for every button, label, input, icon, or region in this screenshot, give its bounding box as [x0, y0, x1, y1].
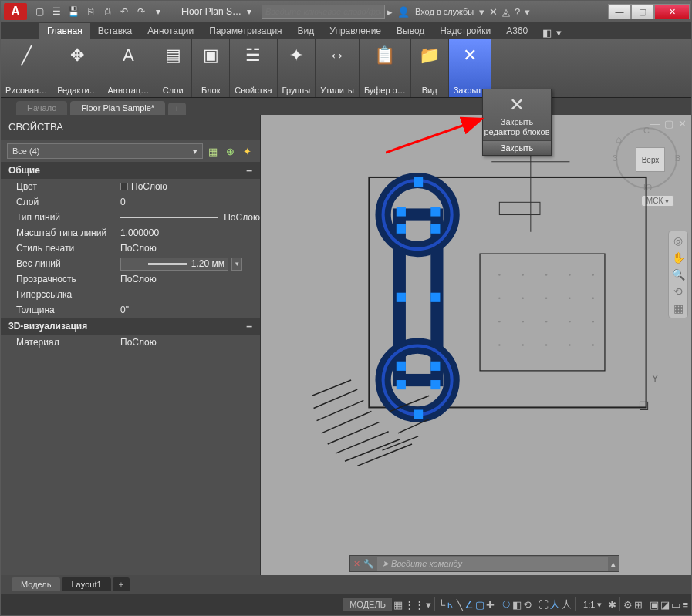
panel-слои[interactable]: ▤Слои — [154, 39, 192, 97]
cycling-icon[interactable]: ⟲ — [523, 599, 532, 611]
lineweight-icon[interactable]: ⦵ — [501, 598, 511, 611]
grid-icon[interactable]: ▦ — [393, 599, 403, 611]
panel-блок[interactable]: ▣Блок — [192, 39, 230, 97]
close-editor-icon[interactable]: ✕ — [483, 89, 551, 117]
property-row[interactable]: Слой0 — [1, 194, 260, 210]
layout-tab-layout1[interactable]: Layout1 — [62, 577, 110, 591]
dropdown-icon[interactable]: ▾ — [426, 599, 431, 611]
property-value[interactable]: ПоСлою — [120, 181, 260, 192]
property-value[interactable]: ПоСлою — [120, 212, 260, 223]
property-value[interactable]: ПоСлою — [120, 274, 260, 284]
property-row[interactable]: Вес линий1.20 мм▾ — [1, 256, 260, 271]
signin-dropdown-icon[interactable]: ▾ — [477, 6, 487, 18]
tab-view[interactable]: Вид — [290, 23, 322, 39]
saveas-icon[interactable]: ⎘ — [83, 4, 98, 19]
category-general[interactable]: Общие– — [1, 162, 260, 179]
drawing-canvas[interactable]: — ▢ ✕ ⌂ Верх С В Ю З МСК ▾ ◎ ✋ 🔍 ⟲ ▦ — [261, 115, 691, 575]
file-tab-new[interactable]: + — [168, 103, 185, 115]
category-3d[interactable]: 3D-визуализация– — [1, 318, 260, 335]
featured-apps-icon[interactable]: ◧ — [540, 27, 554, 39]
property-row[interactable]: МатериалПоСлою — [1, 335, 260, 350]
model-space-button[interactable]: МОДЕЛЬ — [343, 598, 392, 611]
property-row[interactable]: Цвет ПоСлою — [1, 179, 260, 194]
close-window-button[interactable]: ✕ — [654, 4, 690, 19]
osnap-icon[interactable]: ∠ — [464, 599, 474, 611]
property-value[interactable]: 0 — [120, 197, 260, 207]
property-row[interactable]: Толщина0" — [1, 302, 260, 318]
panel-буфер о[interactable]: 📋Буфер о… — [360, 39, 411, 97]
snap-icon[interactable]: ⋮⋮ — [404, 599, 424, 611]
exchange-icon[interactable]: ✕ — [487, 6, 500, 18]
app-logo[interactable]: A — [4, 3, 27, 20]
cmd-options-icon[interactable]: 🔧 — [363, 559, 374, 569]
panel-рисован[interactable]: ╱Рисован… — [1, 39, 52, 97]
layout-tab-model[interactable]: Модель — [12, 577, 60, 591]
qat-more-icon[interactable]: ▾ — [150, 4, 166, 19]
property-row[interactable]: Гиперссылка — [1, 287, 260, 302]
dynucs-icon[interactable]: 人 — [550, 597, 560, 611]
doc-dropdown-icon[interactable]: ▾ — [241, 4, 257, 19]
new-icon[interactable]: ▢ — [32, 4, 47, 19]
property-value[interactable]: ПоСлою — [120, 337, 260, 348]
search-go-icon[interactable]: ▸ — [385, 6, 395, 18]
save-icon[interactable]: 💾 — [66, 4, 81, 19]
help-search-input[interactable] — [262, 5, 385, 19]
undo-icon[interactable]: ↶ — [116, 4, 132, 19]
property-value[interactable]: 0" — [120, 305, 260, 315]
dyn-icon[interactable]: ✚ — [486, 599, 495, 611]
cmd-expand-icon[interactable]: ▴ — [611, 559, 616, 569]
selection-combo[interactable]: Все (4) ▾ — [7, 143, 203, 159]
tab-manage[interactable]: Управление — [322, 23, 389, 39]
property-row[interactable]: Тип линийПоСлою — [1, 210, 260, 225]
layout-tab-add[interactable]: + — [113, 577, 130, 591]
tab-parametric[interactable]: Параметризация — [201, 23, 289, 39]
file-tab-start[interactable]: Начало — [16, 101, 67, 115]
hardware-accel-icon[interactable]: ▣ — [650, 599, 659, 611]
anno-scale[interactable]: 1:1 ▾ — [579, 597, 606, 612]
tab-insert[interactable]: Вставка — [90, 23, 140, 39]
property-row[interactable]: Стиль печатиПоСлою — [1, 241, 260, 256]
property-value[interactable]: 1.000000 — [120, 227, 260, 238]
close-editor-button[interactable]: Закрыть — [483, 140, 551, 155]
filter-icon[interactable]: 人 — [562, 597, 572, 611]
file-tab-active[interactable]: Floor Plan Sample* — [70, 101, 165, 115]
panel-группы[interactable]: ✦Группы — [278, 39, 316, 97]
command-input[interactable]: ➤ Введите команду — [377, 557, 608, 571]
help-icon[interactable]: ? — [512, 6, 522, 18]
minimize-button[interactable]: — — [608, 4, 631, 19]
otrack-icon[interactable]: ▢ — [475, 599, 484, 611]
iso-icon[interactable]: ╲ — [457, 599, 463, 611]
help-dropdown-icon[interactable]: ▾ — [522, 6, 532, 18]
maximize-button[interactable]: ▢ — [631, 4, 654, 19]
property-value[interactable]: 1.20 мм▾ — [120, 258, 260, 271]
command-line[interactable]: ✕ 🔧 ➤ Введите команду ▴ — [349, 555, 619, 572]
anno-monitor-icon[interactable]: ⊞ — [634, 599, 643, 611]
polar-icon[interactable]: ⊾ — [447, 599, 455, 611]
property-row[interactable]: Масштаб типа линий1.000000 — [1, 225, 260, 241]
ortho-icon[interactable]: └ — [438, 599, 445, 611]
pick-icon[interactable]: ⊕ — [223, 144, 237, 158]
ribbon-collapse-icon[interactable]: ▾ — [554, 27, 564, 39]
customize-icon[interactable]: ≡ — [682, 599, 688, 611]
workspace-icon[interactable]: ⚙ — [623, 599, 633, 611]
lineweight-field[interactable]: 1.20 мм — [120, 258, 228, 271]
cmd-close-icon[interactable]: ✕ — [353, 559, 360, 569]
redo-icon[interactable]: ↷ — [133, 4, 149, 19]
property-value[interactable]: ПоСлою — [120, 243, 260, 254]
property-row[interactable]: ПрозрачностьПоСлою — [1, 271, 260, 287]
tab-annotate[interactable]: Аннотации — [140, 23, 201, 39]
tab-a360[interactable]: A360 — [498, 23, 535, 39]
print-icon[interactable]: ⎙ — [100, 4, 115, 19]
panel-вид[interactable]: 📁Вид — [411, 39, 449, 97]
panel-свойства[interactable]: ☱Свойства — [230, 39, 277, 97]
filter-icon[interactable]: ✦ — [240, 144, 254, 158]
signin-icon[interactable]: 👤 — [395, 6, 412, 18]
tab-output[interactable]: Вывод — [389, 23, 432, 39]
panel-аннотац[interactable]: AАннотац… — [103, 39, 155, 97]
isolate-icon[interactable]: ◪ — [660, 599, 670, 611]
tab-addons[interactable]: Надстройки — [432, 23, 498, 39]
open-icon[interactable]: ☰ — [49, 4, 64, 19]
panel-утилиты[interactable]: ↔Утилиты — [316, 39, 360, 97]
quick-select-icon[interactable]: ▦ — [206, 144, 220, 158]
clean-screen-icon[interactable]: ▭ — [671, 599, 680, 611]
